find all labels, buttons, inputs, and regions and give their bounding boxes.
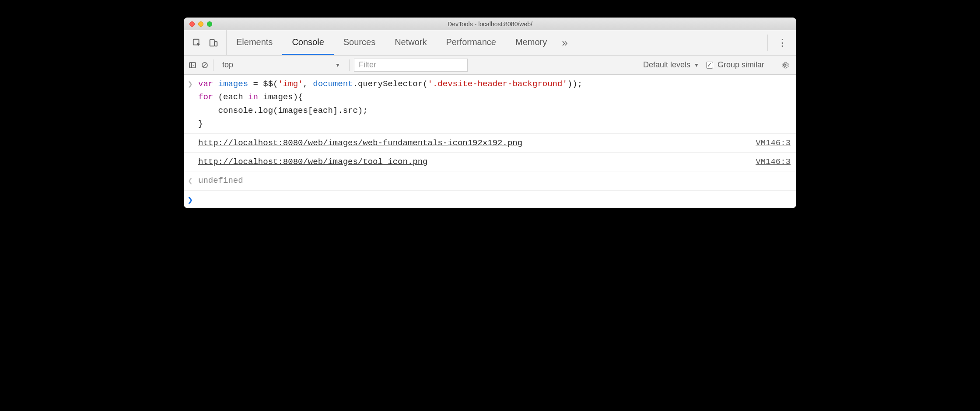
console-prompt-row[interactable] bbox=[184, 191, 796, 208]
output-chevron-icon bbox=[188, 174, 198, 187]
maximize-window-button[interactable] bbox=[207, 21, 212, 27]
devtools-window: DevTools - localhost:8080/web/ Elements … bbox=[184, 17, 796, 208]
prompt-chevron-icon bbox=[188, 193, 198, 206]
console-toolbar: top ▼ Filter Default levels ▼ ✓ Group si… bbox=[184, 56, 796, 75]
console-settings-icon[interactable] bbox=[778, 61, 791, 69]
console-code: var images = $$('img', document.querySel… bbox=[198, 77, 791, 131]
svg-rect-3 bbox=[189, 63, 196, 68]
inspect-element-icon[interactable] bbox=[192, 38, 202, 48]
levels-label: Default levels bbox=[643, 60, 690, 70]
window-titlebar: DevTools - localhost:8080/web/ bbox=[184, 18, 796, 30]
toggle-sidebar-icon[interactable] bbox=[189, 61, 196, 69]
dropdown-triangle-icon: ▼ bbox=[335, 62, 340, 68]
tab-console[interactable]: Console bbox=[282, 30, 333, 55]
tab-performance[interactable]: Performance bbox=[437, 30, 506, 55]
console-return-row: undefined bbox=[184, 171, 796, 190]
minimize-window-button[interactable] bbox=[198, 21, 203, 27]
log-gutter bbox=[188, 136, 198, 150]
console-input-row[interactable]: var images = $$('img', document.querySel… bbox=[184, 75, 796, 134]
log-gutter bbox=[188, 155, 198, 168]
source-link[interactable]: VM146:3 bbox=[747, 155, 791, 168]
device-toolbar-icon[interactable] bbox=[209, 38, 218, 48]
clear-console-icon[interactable] bbox=[201, 61, 209, 69]
window-title: DevTools - localhost:8080/web/ bbox=[184, 21, 796, 28]
filter-input[interactable]: Filter bbox=[354, 59, 468, 72]
filter-placeholder: Filter bbox=[359, 60, 376, 70]
close-window-button[interactable] bbox=[189, 21, 195, 27]
devtools-tabbar: Elements Console Sources Network Perform… bbox=[184, 30, 796, 56]
devtools-menu-button[interactable]: ⋮ bbox=[769, 30, 796, 55]
input-chevron-icon bbox=[188, 77, 198, 131]
svg-line-6 bbox=[203, 63, 206, 66]
tabs-overflow-button[interactable]: » bbox=[556, 30, 573, 55]
dropdown-triangle-icon: ▼ bbox=[694, 62, 699, 68]
svg-rect-1 bbox=[210, 39, 214, 46]
source-link[interactable]: VM146:3 bbox=[747, 136, 791, 150]
execution-context-selector[interactable]: top ▼ bbox=[218, 59, 345, 72]
log-url-link[interactable]: http://localhost:8080/web/images/tool_ic… bbox=[198, 157, 428, 167]
tab-sources[interactable]: Sources bbox=[334, 30, 385, 55]
console-log-row: http://localhost:8080/web/images/web-fun… bbox=[184, 134, 796, 153]
return-value: undefined bbox=[198, 174, 791, 187]
log-url-link[interactable]: http://localhost:8080/web/images/web-fun… bbox=[198, 138, 522, 148]
tab-elements[interactable]: Elements bbox=[227, 30, 282, 55]
console-log-row: http://localhost:8080/web/images/tool_ic… bbox=[184, 153, 796, 171]
svg-point-7 bbox=[784, 64, 786, 66]
context-label: top bbox=[222, 60, 233, 70]
group-similar-label: Group similar bbox=[718, 60, 764, 70]
group-similar-checkbox[interactable]: ✓ bbox=[706, 62, 713, 69]
traffic-lights bbox=[184, 21, 212, 27]
console-output: var images = $$('img', document.querySel… bbox=[184, 75, 796, 208]
log-levels-selector[interactable]: Default levels ▼ bbox=[640, 60, 702, 70]
console-prompt-input[interactable] bbox=[198, 193, 791, 206]
tab-memory[interactable]: Memory bbox=[506, 30, 556, 55]
tab-network[interactable]: Network bbox=[385, 30, 436, 55]
svg-rect-2 bbox=[215, 42, 217, 46]
